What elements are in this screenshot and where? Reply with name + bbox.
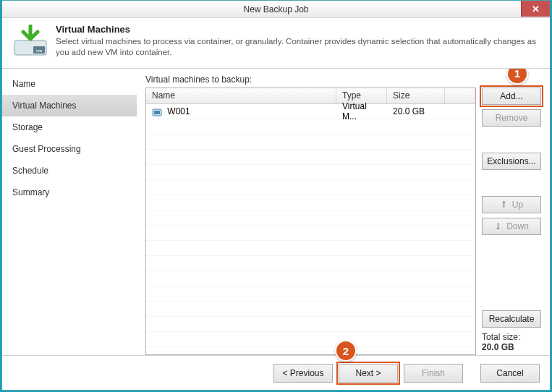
step-name[interactable]: Name <box>2 73 137 95</box>
svg-rect-4 <box>154 111 160 114</box>
side-buttons: Add... Remove Exclusions... 🠕 Up 🠗 Down … <box>476 74 541 355</box>
close-button[interactable]: ✕ <box>521 1 550 17</box>
vm-table: Name Type Size W001 <box>145 88 476 355</box>
col-spacer <box>445 88 475 103</box>
vm-icon: vm <box>12 24 48 57</box>
window-title: New Backup Job <box>243 4 308 14</box>
down-button: 🠗 Down <box>482 218 541 235</box>
page-header: vm Virtual Machines Select virtual machi… <box>2 18 550 69</box>
dialog-footer: 2 < Previous Next > Finish Cancel <box>2 355 550 390</box>
finish-button: Finish <box>404 364 463 383</box>
previous-button[interactable]: < Previous <box>273 364 333 383</box>
page-description: Select virtual machines to process via c… <box>56 36 540 58</box>
step-storage[interactable]: Storage <box>2 116 137 138</box>
cell-type: Virtual M... <box>336 100 387 123</box>
exclusions-button[interactable]: Exclusions... <box>482 153 541 170</box>
cancel-button[interactable]: Cancel <box>480 364 540 383</box>
table-body[interactable]: W001 Virtual M... 20.0 GB <box>146 104 475 354</box>
close-icon: ✕ <box>532 4 540 14</box>
col-name[interactable]: Name <box>146 88 336 103</box>
recalculate-button[interactable]: Recalculate <box>482 310 541 328</box>
col-size[interactable]: Size <box>387 88 445 103</box>
remove-button: Remove <box>482 109 541 127</box>
list-label: Virtual machines to backup: <box>145 74 476 85</box>
next-button[interactable]: Next > <box>339 364 398 383</box>
page-title: Virtual Machines <box>56 24 540 35</box>
main-panel: Virtual machines to backup: Name Type Si… <box>137 69 550 355</box>
step-schedule[interactable]: Schedule <box>2 160 137 182</box>
table-header: Name Type Size <box>146 88 475 104</box>
total-size: Total size: 20.0 GB <box>482 332 541 355</box>
up-button: 🠕 Up <box>482 196 541 213</box>
dialog-body: Name Virtual Machines Storage Guest Proc… <box>2 69 550 355</box>
add-button[interactable]: Add... <box>482 88 541 105</box>
titlebar: New Backup Job ✕ <box>2 1 550 18</box>
cell-size: 20.0 GB <box>387 105 445 118</box>
table-row[interactable]: W001 Virtual M... 20.0 GB <box>146 104 475 119</box>
callout-2: 2 <box>335 340 357 362</box>
step-guest-processing[interactable]: Guest Processing <box>2 138 137 160</box>
cell-name: W001 <box>167 106 190 116</box>
svg-text:vm: vm <box>36 48 43 54</box>
step-summary[interactable]: Summary <box>2 182 137 203</box>
dialog-window: New Backup Job ✕ vm Virtual Machines Sel… <box>1 0 551 391</box>
arrow-down-icon: 🠗 <box>494 222 502 231</box>
arrow-up-icon: 🠕 <box>500 200 508 209</box>
vm-row-icon <box>152 108 162 116</box>
step-virtual-machines[interactable]: Virtual Machines <box>2 95 137 116</box>
wizard-steps: Name Virtual Machines Storage Guest Proc… <box>2 69 137 355</box>
